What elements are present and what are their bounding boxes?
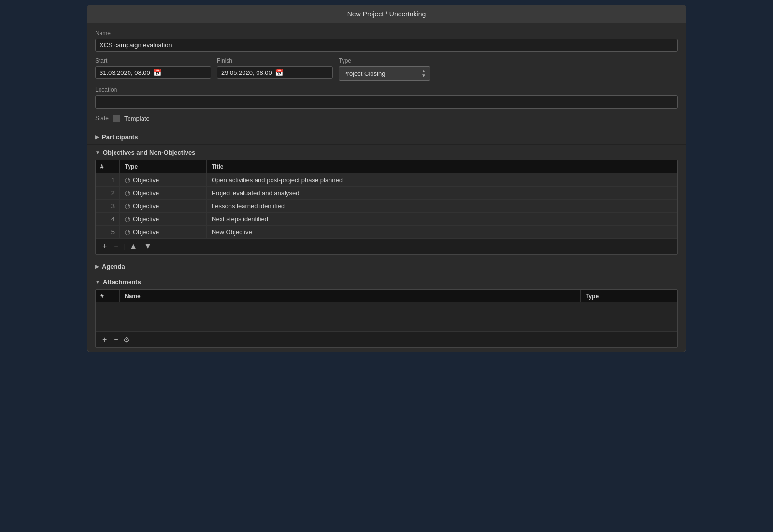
attachments-empty-area	[96, 302, 677, 331]
row-title-4: Next steps identified	[207, 213, 677, 225]
row-type-5: ◔ Objective	[120, 226, 207, 238]
row-type-4: ◔ Objective	[120, 213, 207, 225]
state-row: State Template	[95, 115, 678, 122]
date-type-row: Start 31.03.2020, 08:00 📅 Finish 29.05.2…	[95, 58, 678, 81]
attachments-section-header[interactable]: ▼ Attachments	[87, 274, 686, 289]
agenda-label: Agenda	[102, 263, 125, 270]
row-num-4: 4	[96, 213, 120, 225]
start-date-value: 31.03.2020, 08:00	[100, 69, 150, 76]
objectives-move-down-button[interactable]: ▼	[142, 242, 154, 251]
attach-col-num: #	[96, 290, 120, 302]
finish-date-value: 29.05.2020, 08:00	[221, 69, 272, 76]
table-row[interactable]: 4 ◔ Objective Next steps identified	[96, 212, 677, 225]
objectives-toolbar: + − | ▲ ▼	[96, 238, 677, 254]
participants-triangle-icon: ▶	[95, 134, 99, 140]
attachments-table: # Name Type + − ⚙	[95, 289, 678, 348]
row-title-2: Project evaluated and analysed	[207, 187, 677, 199]
attachments-toolbar: + − ⚙	[96, 331, 677, 347]
form-content: Name Start 31.03.2020, 08:00 📅 Finish 29…	[87, 23, 686, 129]
row-num-3: 3	[96, 200, 120, 212]
attach-col-name: Name	[120, 290, 581, 302]
name-label: Name	[95, 30, 678, 37]
location-input[interactable]	[95, 95, 678, 109]
table-row[interactable]: 3 ◔ Objective Lessons learned identified	[96, 199, 677, 212]
row-title-3: Lessons learned identified	[207, 200, 677, 212]
start-label: Start	[95, 58, 211, 64]
finish-calendar-icon[interactable]: 📅	[275, 69, 283, 76]
objectives-section-header[interactable]: ▼ Objectives and Non-Objectives	[87, 144, 686, 160]
table-row[interactable]: 1 ◔ Objective Open activities and post-p…	[96, 173, 677, 186]
main-window: New Project / Undertaking Name Start 31.…	[87, 5, 686, 352]
participants-label: Participants	[102, 133, 138, 141]
objective-icon: ◔	[125, 215, 130, 223]
row-num-5: 5	[96, 226, 120, 238]
objectives-add-button[interactable]: +	[100, 242, 109, 251]
location-section: Location	[95, 86, 678, 109]
agenda-section-header[interactable]: ▶ Agenda	[87, 259, 686, 274]
state-value: Template	[124, 115, 150, 122]
name-input[interactable]	[95, 39, 678, 52]
type-value: Project Closing	[343, 70, 385, 77]
obj-col-type: Type	[120, 160, 207, 173]
finish-label: Finish	[217, 58, 333, 64]
objectives-triangle-icon: ▼	[95, 150, 100, 155]
attachments-label: Attachments	[103, 278, 141, 286]
attachments-triangle-icon: ▼	[95, 279, 100, 285]
agenda-triangle-icon: ▶	[95, 264, 99, 269]
state-label: State	[95, 115, 109, 122]
objective-icon: ◔	[125, 228, 130, 236]
attachments-remove-button[interactable]: −	[112, 335, 120, 345]
start-group: Start 31.03.2020, 08:00 📅	[95, 58, 211, 81]
title-bar: New Project / Undertaking	[87, 5, 686, 23]
window-title: New Project / Undertaking	[347, 10, 426, 18]
finish-group: Finish 29.05.2020, 08:00 📅	[217, 58, 333, 81]
attachments-add-button[interactable]: +	[100, 335, 109, 345]
table-row[interactable]: 5 ◔ Objective New Objective	[96, 225, 677, 238]
state-icon	[113, 115, 120, 122]
attachments-table-header: # Name Type	[96, 290, 677, 302]
row-title-1: Open activities and post-project phase p…	[207, 173, 677, 186]
objectives-label: Objectives and Non-Objectives	[103, 149, 195, 156]
start-calendar-icon[interactable]: 📅	[153, 69, 161, 76]
type-select[interactable]: Project Closing ▲ ▼	[339, 66, 430, 81]
objective-icon: ◔	[125, 176, 130, 184]
obj-col-num: #	[96, 160, 120, 173]
row-num-2: 2	[96, 187, 120, 199]
objective-icon: ◔	[125, 189, 130, 197]
select-arrows-icon: ▲ ▼	[421, 69, 426, 78]
gear-icon[interactable]: ⚙	[123, 336, 129, 344]
row-type-2: ◔ Objective	[120, 187, 207, 199]
toolbar-separator: |	[123, 243, 125, 250]
row-title-5: New Objective	[207, 226, 677, 238]
row-type-3: ◔ Objective	[120, 200, 207, 212]
objectives-move-up-button[interactable]: ▲	[128, 242, 139, 251]
participants-section-header[interactable]: ▶ Participants	[87, 129, 686, 144]
start-date-field[interactable]: 31.03.2020, 08:00 📅	[95, 66, 211, 79]
row-type-1: ◔ Objective	[120, 173, 207, 186]
obj-col-title: Title	[207, 160, 677, 173]
objective-icon: ◔	[125, 202, 130, 210]
objectives-table-header: # Type Title	[96, 160, 677, 173]
table-row[interactable]: 2 ◔ Objective Project evaluated and anal…	[96, 186, 677, 199]
objectives-table: # Type Title 1 ◔ Objective Open activiti…	[95, 160, 678, 255]
attach-col-type: Type	[581, 290, 677, 302]
type-group: Type Project Closing ▲ ▼	[339, 58, 430, 81]
row-num-1: 1	[96, 173, 120, 186]
objectives-remove-button[interactable]: −	[112, 242, 120, 251]
location-label: Location	[95, 86, 678, 93]
finish-date-field[interactable]: 29.05.2020, 08:00 📅	[217, 66, 333, 79]
type-label: Type	[339, 58, 430, 64]
